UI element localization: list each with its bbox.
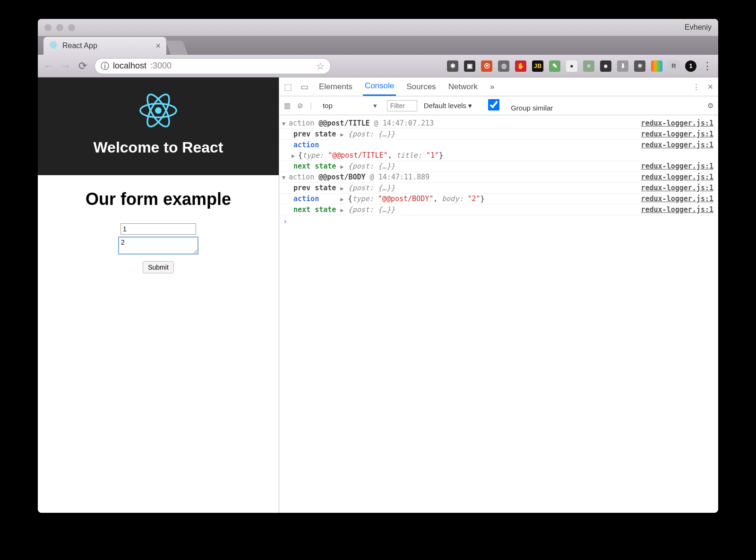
extension-icon[interactable]: R (668, 60, 679, 72)
form: 2 Submit (47, 223, 269, 273)
submit-button[interactable]: Submit (143, 261, 174, 273)
title-input[interactable] (120, 223, 196, 235)
extension-icon[interactable]: ✋ (515, 60, 526, 72)
extension-icon[interactable]: ≡ (583, 60, 594, 72)
app-page: Welcome to React Our form example 2 Subm… (38, 77, 279, 513)
extension-icon[interactable]: ✱ (447, 60, 458, 72)
log-group-header[interactable]: ▼ action @@post/BODY @ 14:47:11.889 redu… (279, 172, 718, 183)
clear-console-icon[interactable]: ⊘ (297, 102, 303, 110)
nav-bar: ← → ⟳ ⓘ localhost:3000 ☆ ✱ ▣ ⦿ ◎ ✋ JB ✎ … (38, 55, 718, 77)
extension-icon[interactable]: ⬇ (617, 60, 628, 72)
disclosure-triangle-icon[interactable]: ▼ (282, 120, 289, 127)
url-host: localhost (113, 61, 146, 71)
disclosure-triangle-icon[interactable]: ▶ (292, 153, 298, 159)
window-minimize[interactable] (56, 24, 63, 31)
browser-window: Evheniy React App × ← → ⟳ ⓘ localhost:30… (38, 19, 718, 513)
svg-point-3 (53, 44, 54, 46)
tab-close-icon[interactable]: × (155, 41, 161, 51)
forward-button[interactable]: → (60, 60, 71, 72)
app-header: Welcome to React (38, 77, 279, 175)
reload-button[interactable]: ⟳ (77, 60, 88, 72)
devtools-tabbar: ⬚ ▭ Elements Console Sources Network » ⋮… (279, 77, 718, 96)
extension-icon[interactable]: ⎈ (600, 60, 611, 72)
extension-icon[interactable]: ● (566, 60, 577, 72)
form-heading: Our form example (47, 189, 269, 209)
hero-title: Welcome to React (38, 139, 279, 156)
back-button[interactable]: ← (43, 60, 54, 72)
log-next-state[interactable]: next state ▶ {post: {…}} (279, 161, 718, 172)
log-source-link[interactable]: redux-logger.js:1 (641, 205, 713, 214)
group-similar-checkbox[interactable]: Group similar (479, 99, 553, 112)
console-filter-input[interactable] (387, 100, 417, 111)
log-action-row[interactable]: action ▶ {type: "@@post/BODY", body: "2"… (279, 194, 718, 204)
log-source-link[interactable]: redux-logger.js:1 (641, 130, 713, 138)
log-group-header[interactable]: ▼ action @@post/TITLE @ 14:47:07.213 red… (279, 118, 718, 129)
site-info-icon[interactable]: ⓘ (101, 60, 109, 72)
tab-title: React App (62, 42, 97, 50)
tabs-overflow-icon[interactable]: » (488, 78, 496, 95)
extension-icon[interactable]: JB (532, 60, 543, 72)
log-source-link[interactable]: redux-logger.js:1 (641, 141, 713, 149)
inspect-element-icon[interactable]: ⬚ (284, 82, 292, 92)
window-close[interactable] (44, 24, 52, 31)
extensions-row: ✱ ▣ ⦿ ◎ ✋ JB ✎ ● ≡ ⎈ ⬇ ✳ R 1 ⋮ (447, 60, 713, 72)
extension-icon[interactable]: ▣ (464, 60, 475, 72)
content-area: Welcome to React Our form example 2 Subm… (38, 77, 718, 513)
address-bar[interactable]: ⓘ localhost:3000 ☆ (94, 58, 331, 74)
traffic-lights (44, 24, 75, 31)
log-next-state[interactable]: next state ▶ {post: {…}} redux-logger.js… (279, 204, 718, 215)
tab-elements[interactable]: Elements (317, 78, 354, 95)
extension-icon[interactable]: ✳ (634, 60, 645, 72)
console-sidebar-toggle-icon[interactable]: ▥ (284, 102, 291, 110)
log-source-link[interactable]: redux-logger.js:1 (641, 195, 713, 203)
react-favicon-icon (49, 41, 58, 51)
log-source-link[interactable]: redux-logger.js:1 (641, 173, 713, 181)
devtools-panel: ⬚ ▭ Elements Console Sources Network » ⋮… (279, 77, 718, 513)
log-levels-dropdown[interactable]: Default levels ▾ (424, 102, 472, 110)
extension-icon[interactable]: ✎ (549, 60, 560, 72)
url-port: :3000 (150, 61, 172, 71)
log-prev-state[interactable]: prev state ▶ {post: {…}} redux-logger.js… (279, 183, 718, 194)
devtools-menu-icon[interactable]: ⋮ (693, 83, 700, 91)
disclosure-triangle-icon[interactable]: ▼ (282, 174, 289, 181)
tab-network[interactable]: Network (447, 78, 480, 95)
profile-name: Evheniy (685, 23, 712, 32)
body-textarea[interactable]: 2 (118, 237, 198, 255)
log-action-object[interactable]: ▶ {type: "@@post/TITLE", title: "1"} (279, 150, 718, 161)
context-selector[interactable]: top (318, 100, 380, 111)
browser-menu-icon[interactable]: ⋮ (702, 60, 713, 72)
window-maximize[interactable] (68, 24, 75, 31)
log-source-link[interactable]: redux-logger.js:1 (641, 119, 713, 127)
log-prev-state[interactable]: prev state ▶ {post: {…}} redux-logger.js… (279, 129, 718, 140)
extension-icon[interactable]: ◎ (498, 60, 509, 72)
tab-console[interactable]: Console (363, 77, 396, 96)
browser-tab[interactable]: React App × (43, 37, 166, 55)
log-action-label: action redux-logger.js:1 (279, 140, 718, 150)
app-body: Our form example 2 Submit (38, 175, 279, 288)
bookmark-star-icon[interactable]: ☆ (316, 60, 325, 72)
devtools-close-icon[interactable]: ✕ (707, 83, 713, 91)
tab-sources[interactable]: Sources (404, 78, 438, 95)
console-prompt[interactable]: › (279, 215, 718, 228)
profile-avatar-icon[interactable]: 1 (685, 60, 696, 72)
console-settings-icon[interactable]: ⚙ (707, 102, 713, 110)
extension-icon[interactable]: ⦿ (481, 60, 492, 72)
log-source-link[interactable]: redux-logger.js:1 (641, 184, 713, 192)
new-tab-button[interactable] (166, 41, 188, 55)
extension-icon[interactable] (651, 60, 662, 72)
console-toolbar: ▥ ⊘ | top Default levels ▾ Group similar… (279, 96, 718, 115)
svg-point-4 (155, 107, 162, 114)
device-toolbar-icon[interactable]: ▭ (301, 82, 309, 92)
console-log-area: ▼ action @@post/TITLE @ 14:47:07.213 red… (279, 115, 718, 513)
react-logo-icon (139, 92, 177, 129)
tab-bar: React App × (38, 36, 718, 55)
window-titlebar: Evheniy (38, 19, 718, 36)
